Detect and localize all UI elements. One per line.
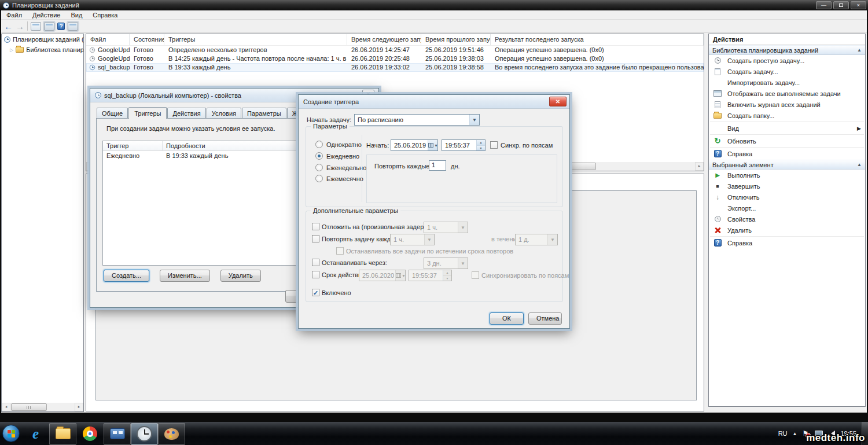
taskbar-explorer[interactable] (49, 423, 76, 445)
toolbar-separator (27, 21, 28, 31)
scroll-right-icon[interactable]: ▸ (695, 162, 704, 171)
repeat-task-checkbox[interactable] (312, 235, 319, 242)
chevron-down-icon[interactable]: ▼ (469, 115, 479, 125)
show-console-icon[interactable] (31, 22, 41, 31)
column-file[interactable]: Файл (86, 34, 130, 45)
sync-timezone-checkbox[interactable] (490, 141, 498, 149)
tab-general[interactable]: Общие (97, 108, 128, 118)
start-button[interactable] (0, 422, 22, 444)
taskbar-internet-explorer[interactable]: e (22, 423, 49, 445)
restore-icon (839, 3, 843, 7)
delete-trigger-button[interactable]: Удалить (220, 270, 261, 282)
menu-action[interactable]: Действие (27, 11, 65, 19)
tab-actions[interactable]: Действия (167, 108, 205, 118)
spinner-arrows-icon[interactable]: ▲▼ (476, 140, 485, 150)
ok-button[interactable]: ОК (490, 312, 524, 325)
tab-settings[interactable]: Параметры (242, 108, 286, 118)
action-run[interactable]: ▶ Выполнить (709, 170, 865, 181)
action-create-folder[interactable]: Создать папку... (709, 110, 865, 121)
start-date-picker[interactable]: 25.06.2019 ▾ (391, 139, 438, 151)
enabled-checkbox[interactable] (312, 289, 319, 296)
table-row-selected[interactable]: sql_backup Готово В 19:33 каждый день 26… (86, 63, 704, 72)
close-button[interactable]: × (851, 1, 866, 9)
back-icon[interactable]: ← (4, 22, 13, 31)
scroll-right-icon[interactable]: ▸ (75, 403, 83, 411)
close-icon[interactable]: ✕ (549, 97, 567, 106)
tree-horizontal-scrollbar[interactable]: ◂ ▸ (2, 403, 83, 411)
taskbar-chrome[interactable] (76, 423, 104, 445)
repeat-interval-input[interactable]: 1 (429, 160, 446, 171)
restore-button[interactable] (833, 1, 849, 9)
table-row[interactable]: GoogleUpda... Готово В 14:25 каждый день… (86, 54, 704, 63)
radio-once[interactable] (315, 141, 323, 148)
action-import-task[interactable]: Импортировать задачу... (709, 77, 865, 88)
collapse-icon[interactable]: ▲ (857, 162, 862, 167)
scroll-thumb[interactable] (11, 403, 47, 411)
radio-monthly[interactable] (315, 175, 323, 182)
console-window-icon[interactable] (44, 22, 54, 31)
forward-icon[interactable]: → (16, 22, 24, 31)
separator (710, 122, 864, 122)
paint-icon (164, 428, 179, 440)
watermark: medteh.info (806, 432, 865, 444)
action-enable-history[interactable]: Включить журнал всех заданий (709, 99, 865, 110)
menu-file[interactable]: Файл (1, 11, 27, 19)
action-end[interactable]: ■ Завершить (709, 181, 865, 192)
action-delete[interactable]: Удалить (709, 225, 865, 236)
radio-daily[interactable] (315, 152, 323, 160)
collapse-icon[interactable]: ▲ (857, 47, 862, 53)
delay-checkbox[interactable] (312, 223, 319, 230)
chevron-right-icon[interactable]: ▷ (10, 47, 13, 53)
stop-after-checkbox[interactable] (312, 259, 319, 266)
tab-triggers[interactable]: Триггеры (128, 107, 167, 119)
calendar-icon[interactable]: ▾ (428, 140, 437, 150)
action-show-running-tasks[interactable]: Отображать все выполняемые задачи (709, 88, 865, 99)
action-help-selected[interactable]: Справка (709, 237, 865, 248)
cancel-button[interactable]: Отмена (528, 312, 562, 325)
daily-options-box (366, 155, 557, 203)
column-triggers[interactable]: Триггеры (164, 34, 347, 45)
actions-section-library-header[interactable]: Библиотека планировщика заданий ▲ (709, 45, 865, 55)
help-icon (713, 149, 722, 159)
repeat-task-select: 1 ч.▼ (390, 234, 435, 245)
taskbar-paint[interactable] (158, 423, 185, 445)
tree-item-library[interactable]: ▷ Библиотека планировщ (2, 45, 83, 55)
edit-trigger-button[interactable]: Изменить... (160, 270, 210, 282)
window-titlebar: Планировщик заданий — × (0, 0, 868, 10)
column-last-run[interactable]: Время прошлого запуска (421, 34, 491, 45)
table-row[interactable]: GoogleUpda... Готово Определено нескольк… (86, 46, 704, 54)
column-last-result[interactable]: Результат последнего запуска (491, 34, 704, 45)
minimize-button[interactable]: — (816, 1, 832, 9)
create-trigger-button[interactable]: Создать... (104, 270, 149, 282)
task-list-header: Файл Состояние Триггеры Время следующего… (86, 34, 704, 46)
action-disable[interactable]: ↓ Отключить (709, 192, 865, 203)
column-trigger[interactable]: Триггер (103, 141, 163, 150)
action-create-simple-task[interactable]: Создать простую задачу... (709, 55, 865, 66)
radio-weekly[interactable] (315, 164, 323, 171)
menu-help[interactable]: Справка (87, 11, 123, 19)
panel-window-icon[interactable] (68, 22, 78, 31)
action-refresh[interactable]: ↻ Обновить (709, 135, 865, 146)
action-properties[interactable]: Свойства (709, 214, 865, 225)
column-next-run[interactable]: Время следующего запуска (347, 34, 421, 45)
expire-checkbox[interactable] (312, 271, 319, 278)
begin-task-select[interactable]: По расписанию ▼ (354, 114, 480, 126)
task-scheduler-icon (137, 426, 152, 442)
taskbar-task-scheduler[interactable] (131, 423, 158, 445)
help-icon[interactable] (57, 23, 65, 30)
advanced-group: Дополнительные параметры Отложить на (пр… (306, 211, 563, 302)
tree-item-scheduler-root[interactable]: Планировщик заданий (Лок (2, 34, 83, 45)
actions-section-selected-header[interactable]: Выбранный элемент ▲ (709, 160, 865, 170)
start-time-spinner[interactable]: 19:55:37 ▲▼ (442, 139, 486, 151)
action-create-task[interactable]: Создать задачу... (709, 66, 865, 77)
column-state[interactable]: Состояние (130, 34, 164, 45)
tab-conditions[interactable]: Условия (207, 108, 241, 118)
action-help-library[interactable]: Справка (709, 148, 865, 159)
hidden-icons-arrow-icon[interactable]: ▲ (793, 431, 797, 436)
action-export[interactable]: Экспорт... (709, 203, 865, 214)
language-indicator[interactable]: RU (778, 430, 788, 437)
taskbar-system-tool[interactable] (104, 423, 131, 445)
scroll-left-icon[interactable]: ◂ (2, 403, 10, 411)
action-view[interactable]: Вид ▶ (709, 123, 865, 134)
menu-view[interactable]: Вид (65, 11, 87, 19)
